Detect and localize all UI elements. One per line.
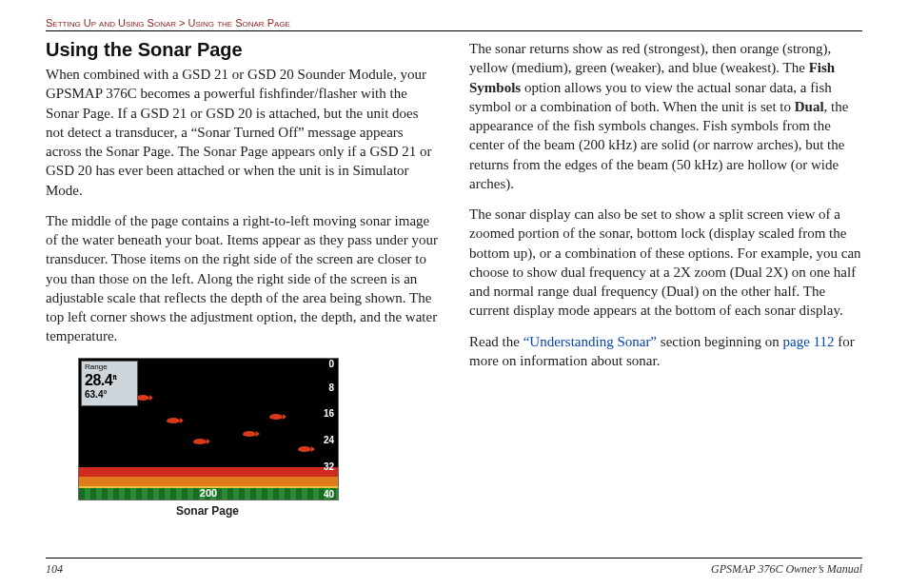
page-footer: 104 GPSMAP 376C Owner’s Manual bbox=[46, 558, 862, 577]
sonar-screenshot: Range 28.4ft 63.4° 0 8 16 24 32 40 bbox=[78, 358, 339, 500]
right-para-1: The sonar returns show as red (strongest… bbox=[469, 39, 862, 193]
fish-icon bbox=[193, 439, 207, 444]
breadcrumb-sep: > bbox=[176, 17, 188, 29]
manual-page: Setting Up and Using Sonar > Using the S… bbox=[0, 0, 908, 588]
readout-range-label: Range bbox=[82, 362, 137, 371]
link-understanding-sonar[interactable]: “Understanding Sonar” bbox=[523, 334, 657, 349]
page-heading: Using the Sonar Page bbox=[46, 39, 439, 61]
manual-title: GPSMAP 376C Owner’s Manual bbox=[711, 562, 862, 577]
fish-icon bbox=[243, 431, 256, 437]
right-para-2: The sonar display can also be set to sho… bbox=[469, 205, 862, 321]
content-columns: Using the Sonar Page When combined with … bbox=[46, 39, 862, 523]
left-para-2: The middle of the page contains a right-… bbox=[46, 211, 439, 346]
figure-caption: Sonar Page bbox=[78, 504, 337, 518]
left-para-1: When combined with a GSD 21 or GSD 20 So… bbox=[46, 65, 439, 200]
fish-icon bbox=[136, 395, 149, 401]
scale-tick: 16 bbox=[321, 408, 334, 419]
sonar-frequency: 200 bbox=[200, 487, 217, 499]
fish-icon bbox=[167, 418, 180, 423]
readout-depth: 28.4ft bbox=[82, 371, 137, 387]
fish-icon bbox=[298, 446, 311, 452]
breadcrumb-page: Using the Sonar Page bbox=[188, 17, 290, 29]
sonar-readout-box: Range 28.4ft 63.4° bbox=[81, 361, 138, 406]
scale-tick: 8 bbox=[321, 382, 334, 393]
scale-tick: 0 bbox=[321, 359, 334, 369]
scale-tick: 40 bbox=[321, 489, 334, 500]
page-number: 104 bbox=[46, 562, 63, 577]
breadcrumb-section: Setting Up and Using Sonar bbox=[46, 17, 176, 29]
fish-icon bbox=[269, 414, 283, 420]
breadcrumb: Setting Up and Using Sonar > Using the S… bbox=[46, 17, 862, 31]
term-dual: Dual bbox=[795, 99, 824, 114]
readout-temp: 63.4° bbox=[82, 387, 137, 402]
scale-tick: 32 bbox=[321, 461, 334, 472]
link-page-112[interactable]: page 112 bbox=[783, 334, 835, 349]
right-para-3: Read the “Understanding Sonar” section b… bbox=[469, 332, 862, 371]
scale-tick: 24 bbox=[321, 435, 334, 445]
sonar-figure: Range 28.4ft 63.4° 0 8 16 24 32 40 bbox=[78, 358, 439, 518]
left-column: Using the Sonar Page When combined with … bbox=[46, 39, 439, 523]
right-column: The sonar returns show as red (strongest… bbox=[469, 39, 862, 523]
